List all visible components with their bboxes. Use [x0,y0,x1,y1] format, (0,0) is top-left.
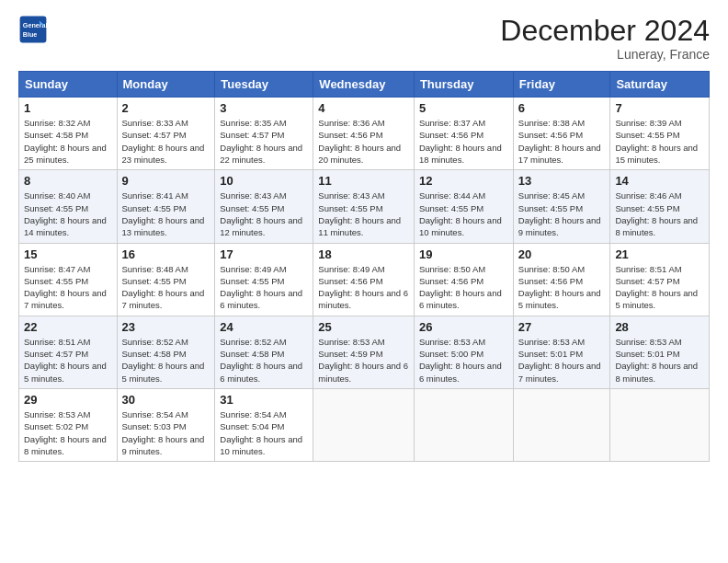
cell-info: Sunrise: 8:54 AM Sunset: 5:03 PM Dayligh… [122,408,210,457]
calendar-cell: 20Sunrise: 8:50 AM Sunset: 4:56 PM Dayli… [513,243,610,316]
cell-info: Sunrise: 8:47 AM Sunset: 4:55 PM Dayligh… [24,263,112,312]
cell-info: Sunrise: 8:51 AM Sunset: 4:57 PM Dayligh… [24,336,112,385]
day-number: 10 [220,174,308,188]
calendar-cell: 26Sunrise: 8:53 AM Sunset: 5:00 PM Dayli… [414,316,513,388]
calendar-cell: 1Sunrise: 8:32 AM Sunset: 4:58 PM Daylig… [19,98,118,170]
calendar-cell: 16Sunrise: 8:48 AM Sunset: 4:55 PM Dayli… [117,243,215,316]
day-number: 13 [518,174,606,188]
cell-info: Sunrise: 8:48 AM Sunset: 4:55 PM Dayligh… [122,263,210,312]
col-wednesday: Wednesday [313,72,415,98]
calendar-cell: 7Sunrise: 8:39 AM Sunset: 4:55 PM Daylig… [610,98,710,170]
calendar-cell: 11Sunrise: 8:43 AM Sunset: 4:55 PM Dayli… [313,170,415,243]
day-number: 24 [220,320,308,334]
col-monday: Monday [117,72,215,98]
day-number: 17 [220,247,308,261]
calendar-cell: 15Sunrise: 8:47 AM Sunset: 4:55 PM Dayli… [19,243,118,316]
calendar-cell: 3Sunrise: 8:35 AM Sunset: 4:57 PM Daylig… [215,98,313,170]
calendar-cell: 17Sunrise: 8:49 AM Sunset: 4:55 PM Dayli… [215,243,313,316]
cell-info: Sunrise: 8:40 AM Sunset: 4:55 PM Dayligh… [24,190,112,238]
calendar-cell: 23Sunrise: 8:52 AM Sunset: 4:58 PM Dayli… [117,316,215,388]
calendar-cell: 25Sunrise: 8:53 AM Sunset: 4:59 PM Dayli… [313,316,415,388]
calendar-cell: 21Sunrise: 8:51 AM Sunset: 4:57 PM Dayli… [610,243,710,316]
title-block: December 2024 Luneray, France [500,15,710,62]
cell-info: Sunrise: 8:43 AM Sunset: 4:55 PM Dayligh… [220,190,308,238]
col-sunday: Sunday [19,72,118,98]
day-number: 25 [318,320,409,334]
cell-info: Sunrise: 8:53 AM Sunset: 5:01 PM Dayligh… [615,336,704,385]
cell-info: Sunrise: 8:44 AM Sunset: 4:55 PM Dayligh… [419,190,508,238]
svg-text:General: General [23,21,48,29]
cell-info: Sunrise: 8:33 AM Sunset: 4:57 PM Dayligh… [122,117,210,166]
calendar-cell: 22Sunrise: 8:51 AM Sunset: 4:57 PM Dayli… [19,316,118,388]
cell-info: Sunrise: 8:53 AM Sunset: 5:01 PM Dayligh… [518,336,606,385]
calendar-cell: 5Sunrise: 8:37 AM Sunset: 4:56 PM Daylig… [414,98,513,170]
calendar-cell: 19Sunrise: 8:50 AM Sunset: 4:56 PM Dayli… [414,243,513,316]
day-number: 18 [318,247,409,261]
day-number: 2 [122,101,210,115]
day-number: 29 [24,393,112,407]
calendar-cell [610,388,710,461]
day-number: 27 [518,320,606,334]
cell-info: Sunrise: 8:52 AM Sunset: 4:58 PM Dayligh… [220,336,308,385]
calendar-cell: 6Sunrise: 8:38 AM Sunset: 4:56 PM Daylig… [513,98,610,170]
day-number: 12 [419,174,508,188]
month-title: December 2024 [500,15,710,47]
day-number: 28 [615,320,704,334]
location: Luneray, France [500,47,710,62]
logo: General Blue [18,15,48,44]
col-saturday: Saturday [610,72,710,98]
cell-info: Sunrise: 8:49 AM Sunset: 4:55 PM Dayligh… [220,263,308,312]
col-friday: Friday [513,72,610,98]
day-number: 16 [122,247,210,261]
day-number: 5 [419,101,508,115]
cell-info: Sunrise: 8:37 AM Sunset: 4:56 PM Dayligh… [419,117,508,166]
logo-icon: General Blue [18,15,48,44]
day-number: 9 [122,174,210,188]
calendar-cell: 14Sunrise: 8:46 AM Sunset: 4:55 PM Dayli… [610,170,710,243]
cell-info: Sunrise: 8:53 AM Sunset: 5:02 PM Dayligh… [24,408,112,457]
calendar-table: Sunday Monday Tuesday Wednesday Thursday… [18,71,710,462]
cell-info: Sunrise: 8:50 AM Sunset: 4:56 PM Dayligh… [518,263,606,312]
calendar-cell: 31Sunrise: 8:54 AM Sunset: 5:04 PM Dayli… [215,388,313,461]
cell-info: Sunrise: 8:39 AM Sunset: 4:55 PM Dayligh… [615,117,704,166]
day-number: 19 [419,247,508,261]
calendar-cell: 10Sunrise: 8:43 AM Sunset: 4:55 PM Dayli… [215,170,313,243]
week-row-1: 1Sunrise: 8:32 AM Sunset: 4:58 PM Daylig… [19,98,710,170]
day-number: 23 [122,320,210,334]
cell-info: Sunrise: 8:38 AM Sunset: 4:56 PM Dayligh… [518,117,606,166]
day-number: 1 [24,101,112,115]
svg-text:Blue: Blue [23,30,38,39]
day-number: 21 [615,247,704,261]
day-number: 3 [220,101,308,115]
cell-info: Sunrise: 8:43 AM Sunset: 4:55 PM Dayligh… [318,190,409,238]
calendar-cell: 4Sunrise: 8:36 AM Sunset: 4:56 PM Daylig… [313,98,415,170]
day-number: 30 [122,393,210,407]
day-number: 6 [518,101,606,115]
cell-info: Sunrise: 8:49 AM Sunset: 4:56 PM Dayligh… [318,263,409,312]
cell-info: Sunrise: 8:52 AM Sunset: 4:58 PM Dayligh… [122,336,210,385]
day-number: 11 [318,174,409,188]
day-number: 20 [518,247,606,261]
cell-info: Sunrise: 8:53 AM Sunset: 4:59 PM Dayligh… [318,336,409,385]
week-row-4: 22Sunrise: 8:51 AM Sunset: 4:57 PM Dayli… [19,316,710,388]
day-number: 26 [419,320,508,334]
calendar-cell: 29Sunrise: 8:53 AM Sunset: 5:02 PM Dayli… [19,388,118,461]
cell-info: Sunrise: 8:36 AM Sunset: 4:56 PM Dayligh… [318,117,409,166]
cell-info: Sunrise: 8:54 AM Sunset: 5:04 PM Dayligh… [220,408,308,457]
cell-info: Sunrise: 8:51 AM Sunset: 4:57 PM Dayligh… [615,263,704,312]
calendar-cell: 28Sunrise: 8:53 AM Sunset: 5:01 PM Dayli… [610,316,710,388]
calendar-page: General Blue December 2024 Luneray, Fran… [0,0,728,563]
calendar-cell: 13Sunrise: 8:45 AM Sunset: 4:55 PM Dayli… [513,170,610,243]
cell-info: Sunrise: 8:41 AM Sunset: 4:55 PM Dayligh… [122,190,210,238]
week-row-3: 15Sunrise: 8:47 AM Sunset: 4:55 PM Dayli… [19,243,710,316]
day-number: 22 [24,320,112,334]
calendar-cell [513,388,610,461]
calendar-cell: 27Sunrise: 8:53 AM Sunset: 5:01 PM Dayli… [513,316,610,388]
cell-info: Sunrise: 8:35 AM Sunset: 4:57 PM Dayligh… [220,117,308,166]
day-number: 15 [24,247,112,261]
cell-info: Sunrise: 8:32 AM Sunset: 4:58 PM Dayligh… [24,117,112,166]
col-tuesday: Tuesday [215,72,313,98]
cell-info: Sunrise: 8:46 AM Sunset: 4:55 PM Dayligh… [615,190,704,238]
day-number: 31 [220,393,308,407]
calendar-cell: 2Sunrise: 8:33 AM Sunset: 4:57 PM Daylig… [117,98,215,170]
